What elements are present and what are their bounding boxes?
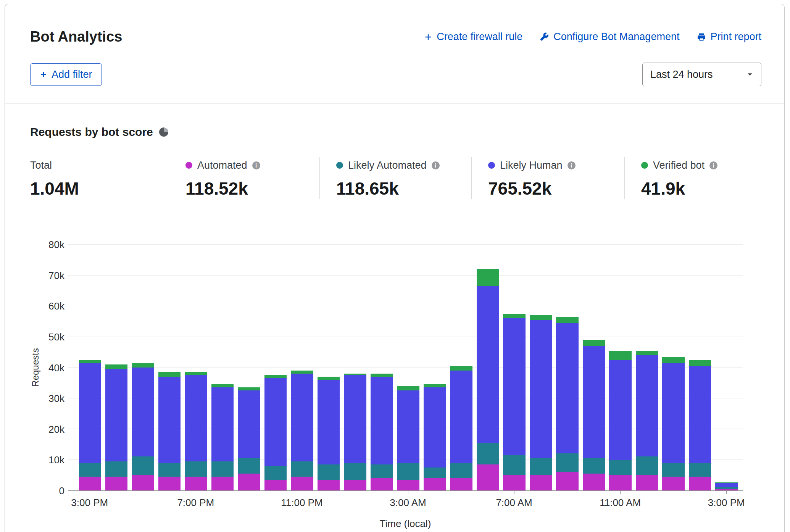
bar-slot-7[interactable] [262, 245, 289, 490]
x-axis-label: Time (local) [380, 518, 431, 530]
stacked-bar [211, 245, 234, 490]
pie-chart-icon [159, 127, 168, 137]
bar-segment [530, 315, 552, 320]
bar-slot-3[interactable] [156, 245, 182, 490]
bar-segment [318, 380, 340, 464]
bar-segment [105, 477, 127, 490]
bar-segment [583, 474, 605, 490]
stacked-bar [79, 245, 101, 490]
stat-likely-automated-value: 118.65k [336, 178, 471, 199]
bar-slot-14[interactable] [448, 245, 474, 490]
bar-slot-17[interactable] [527, 245, 554, 490]
bar-segment [715, 489, 737, 490]
create-firewall-rule-link[interactable]: Create firewall rule [424, 31, 522, 43]
bar-slot-5[interactable] [209, 245, 235, 490]
bar-segment [344, 480, 366, 490]
bar-segment [636, 475, 658, 490]
stacked-bar [238, 245, 260, 490]
stacked-bar [344, 245, 366, 490]
bar-segment [318, 377, 340, 380]
bar-segment [477, 464, 499, 490]
bar-slot-20[interactable] [607, 245, 634, 490]
bar-slot-22[interactable] [660, 245, 687, 490]
y-axis-ticks: 010k20k30k40k50k60k70k80k [5, 245, 65, 491]
bar-slot-10[interactable] [342, 245, 368, 490]
bar-slot-11[interactable] [368, 245, 395, 490]
add-filter-button[interactable]: Add filter [30, 63, 102, 86]
bar-segment [530, 475, 552, 490]
bar-segment [689, 360, 711, 366]
stacked-bar [477, 245, 499, 490]
bar-slot-2[interactable] [130, 245, 156, 490]
plot-frame [68, 245, 743, 491]
bar-segment [344, 375, 366, 463]
bar-segment [556, 317, 578, 323]
bar-slot-4[interactable] [183, 245, 209, 490]
y-tick-label: 80k [48, 239, 64, 251]
bar-segment [132, 363, 154, 368]
bar-segment [583, 346, 605, 458]
header-section: Bot Analytics Create firewall rule Confi… [5, 4, 784, 86]
bar-slot-23[interactable] [687, 245, 713, 490]
bar-segment [477, 443, 499, 464]
y-tick-label: 10k [48, 454, 64, 466]
stacked-bar [132, 245, 154, 490]
x-tick-mark [620, 491, 621, 494]
bar-slot-13[interactable] [421, 245, 448, 490]
stacked-bar [450, 245, 472, 490]
print-report-label: Print report [710, 31, 761, 43]
bar-segment [424, 387, 446, 467]
bar-segment [238, 390, 260, 458]
add-filter-label: Add filter [52, 69, 92, 81]
bar-segment [105, 364, 127, 369]
info-icon[interactable]: i [709, 161, 717, 169]
x-tick-mark [302, 491, 302, 494]
info-icon[interactable]: i [568, 161, 576, 169]
bar-segment [79, 463, 101, 477]
x-tick-label: 7:00 PM [177, 497, 214, 509]
configure-bot-management-link[interactable]: Configure Bot Management [540, 31, 679, 43]
bar-segment [238, 387, 260, 390]
bar-segment [689, 477, 711, 490]
print-report-link[interactable]: Print report [697, 31, 761, 43]
bar-segment [556, 453, 578, 472]
bar-slot-16[interactable] [501, 245, 527, 490]
bar-segment [211, 384, 234, 387]
configure-bot-management-label: Configure Bot Management [553, 31, 679, 43]
y-tick-label: 40k [48, 362, 64, 374]
x-axis-ticks: 3:00 PM7:00 PM11:00 PM3:00 AM7:00 AM11:0… [76, 491, 740, 517]
stacked-bar [158, 245, 181, 490]
bar-segment [185, 461, 207, 477]
stacked-bar [689, 245, 711, 490]
bar-segment [503, 314, 525, 318]
bar-segment [132, 368, 154, 456]
time-range-select[interactable]: Last 24 hours [642, 63, 761, 86]
bar-segment [264, 378, 287, 466]
bar-slot-15[interactable] [474, 245, 501, 490]
bar-segment [132, 475, 154, 490]
info-icon[interactable]: i [432, 161, 440, 169]
bar-slot-0[interactable] [77, 245, 103, 490]
bar-slot-19[interactable] [580, 245, 607, 490]
bar-slot-1[interactable] [103, 245, 129, 490]
x-tick-label: 3:00 PM [708, 497, 745, 509]
bar-slot-12[interactable] [395, 245, 421, 490]
bar-segment [477, 269, 499, 286]
bar-segment [397, 390, 419, 463]
info-icon[interactable]: i [252, 161, 260, 169]
bar-slot-9[interactable] [315, 245, 342, 490]
bar-segment [503, 475, 525, 490]
bar-slot-18[interactable] [554, 245, 580, 490]
bar-slot-24[interactable] [713, 245, 740, 490]
y-tick-label: 0 [59, 485, 64, 497]
bar-slot-6[interactable] [236, 245, 262, 490]
bar-segment [318, 464, 340, 480]
wrench-icon [540, 32, 549, 42]
bar-segment [530, 320, 552, 458]
stat-total: Total 1.04M [30, 157, 169, 199]
bar-segment [79, 360, 101, 363]
bar-slot-8[interactable] [289, 245, 315, 490]
bar-slot-21[interactable] [634, 245, 660, 490]
bar-segment [185, 372, 207, 375]
bar-segment [264, 466, 287, 480]
